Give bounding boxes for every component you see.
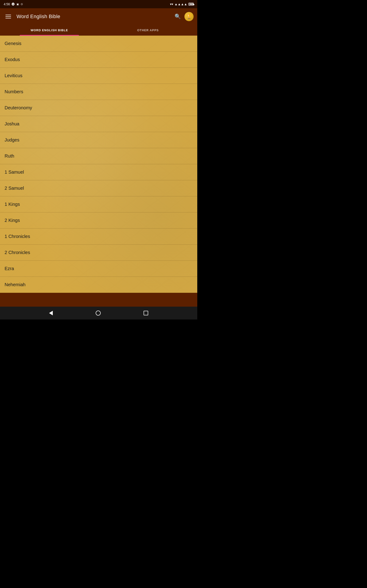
status-time: 4:56 <box>4 2 10 6</box>
hamburger-line-3 <box>6 18 11 18</box>
system-nav <box>0 307 197 320</box>
home-button[interactable] <box>92 309 104 317</box>
list-item[interactable]: 2 Kings <box>0 212 197 229</box>
list-item[interactable]: Judges <box>0 132 197 148</box>
list-item[interactable]: Leviticus <box>0 68 197 84</box>
book-name: 2 Kings <box>5 218 20 223</box>
search-icon: 🔍 <box>175 14 181 19</box>
back-button[interactable] <box>45 309 56 317</box>
status-bar: 4:56 🅐 ▣ ⊙ ▾▾ ▲▲▲▲ <box>0 0 197 8</box>
trophy-icon: 🏆 <box>186 14 192 19</box>
recent-button[interactable] <box>140 309 152 317</box>
book-name: Ruth <box>5 153 14 159</box>
book-name: 1 Samuel <box>5 170 24 175</box>
book-name: 2 Samuel <box>5 186 24 191</box>
book-name: Numbers <box>5 89 23 95</box>
status-left: 4:56 🅐 ▣ ⊙ <box>4 2 23 6</box>
book-name: Ezra <box>5 266 14 271</box>
battery-icon <box>189 3 194 6</box>
app-title: Word English Bible <box>17 14 173 19</box>
tab-other-label: OTHER APPS <box>137 28 159 32</box>
notification-icon-c: ⊙ <box>21 2 23 6</box>
status-right: ▾▾ ▲▲▲▲ <box>170 2 194 6</box>
recent-icon <box>144 311 148 315</box>
list-item[interactable]: 2 Chronicles <box>0 245 197 261</box>
tab-bar: WORD ENGLISH BIBLE OTHER APPS <box>0 25 197 36</box>
tab-web-label: WORD ENGLISH BIBLE <box>31 28 68 32</box>
list-item[interactable]: 2 Samuel <box>0 180 197 196</box>
hamburger-menu-button[interactable] <box>4 13 13 20</box>
list-item[interactable]: 1 Kings <box>0 196 197 212</box>
back-icon <box>49 311 53 315</box>
app-bar: Word English Bible 🔍 🏆 <box>0 8 197 25</box>
bottom-bar <box>0 293 197 307</box>
book-name: Nehemiah <box>5 282 25 287</box>
list-item[interactable]: Deuteronomy <box>0 100 197 116</box>
list-item[interactable]: Exodus <box>0 52 197 68</box>
book-name: 1 Chronicles <box>5 234 30 239</box>
list-item[interactable]: Nehemiah <box>0 277 197 293</box>
list-item[interactable]: 1 Samuel <box>0 164 197 180</box>
list-item[interactable]: Ezra <box>0 261 197 277</box>
books-list: GenesisExodusLeviticusNumbersDeuteronomy… <box>0 36 197 293</box>
tab-word-english-bible[interactable]: WORD ENGLISH BIBLE <box>0 25 99 36</box>
book-name: 1 Kings <box>5 202 20 207</box>
book-name: 2 Chronicles <box>5 250 30 255</box>
wifi-icon: ▾▾ <box>170 2 173 6</box>
list-item[interactable]: Ruth <box>0 148 197 164</box>
main-content: GenesisExodusLeviticusNumbersDeuteronomy… <box>0 36 197 293</box>
list-item[interactable]: 1 Chronicles <box>0 229 197 245</box>
search-button[interactable]: 🔍 <box>173 12 183 21</box>
book-name: Joshua <box>5 121 19 127</box>
book-name: Genesis <box>5 41 21 46</box>
book-name: Exodus <box>5 57 20 62</box>
notification-icon-b: ▣ <box>17 3 19 6</box>
home-icon <box>96 311 101 316</box>
book-name: Judges <box>5 137 19 143</box>
book-name: Deuteronomy <box>5 105 32 111</box>
tab-other-apps[interactable]: OTHER APPS <box>99 25 197 36</box>
list-item[interactable]: Numbers <box>0 84 197 100</box>
app-bar-actions: 🔍 🏆 <box>173 12 194 21</box>
list-item[interactable]: Genesis <box>0 36 197 52</box>
hamburger-line-2 <box>6 16 11 17</box>
notification-icon-a: 🅐 <box>12 2 15 6</box>
signal-icon: ▲▲▲▲ <box>175 2 187 6</box>
trophy-button[interactable]: 🏆 <box>184 12 194 21</box>
hamburger-line-1 <box>6 15 11 15</box>
book-name: Leviticus <box>5 73 23 78</box>
list-item[interactable]: Joshua <box>0 116 197 132</box>
